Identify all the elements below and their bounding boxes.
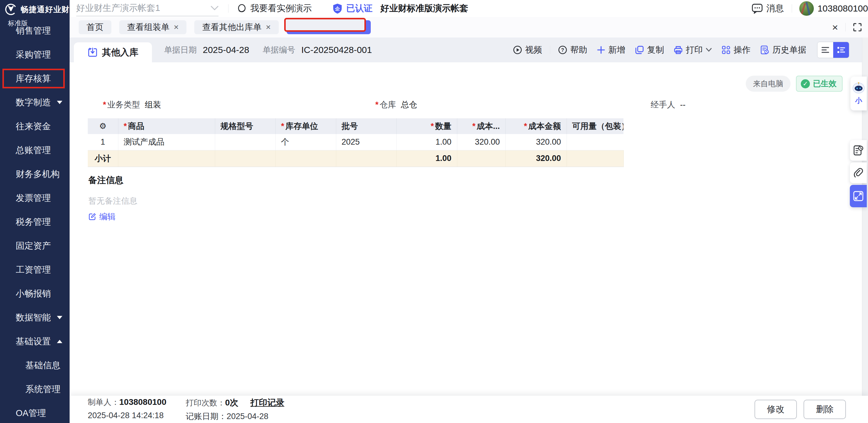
view-toggle: [817, 42, 849, 58]
subtotal-qty: 1.00: [397, 150, 457, 167]
field-handler: 经手人 --: [651, 99, 685, 110]
account-set-dropdown[interactable]: 好业财生产演示帐套1: [76, 1, 218, 17]
sidebar-item-general-ledger[interactable]: 总账管理: [0, 138, 70, 162]
svg-text:企: 企: [335, 6, 340, 11]
plus-icon: [597, 46, 605, 54]
chevron-down-icon: [57, 101, 62, 104]
column-settings-gear-icon[interactable]: ⚙: [88, 118, 118, 134]
user-id: 1038080100: [817, 3, 868, 13]
subtotal-label: 小计: [88, 150, 118, 167]
sidebar-item-funds[interactable]: 往来资金: [0, 115, 70, 138]
col-batch: 批号: [336, 118, 397, 134]
chevron-down-icon: [57, 316, 62, 319]
close-icon[interactable]: ×: [832, 22, 838, 32]
doc-number-field: 单据编号 IC-20250428-001: [262, 44, 372, 55]
sidebar-item-system-mgmt[interactable]: 系统管理: [0, 377, 70, 401]
cell-batch: 2025: [336, 134, 397, 150]
sidebar-item-tax[interactable]: 税务管理: [0, 210, 70, 234]
demo-link[interactable]: 我要看实例演示: [237, 2, 312, 14]
actions-button[interactable]: 操作: [721, 44, 751, 56]
col-available: 可用量（包装）: [566, 118, 623, 134]
subtotal-amount: 320.00: [505, 150, 566, 167]
edit-remark-link[interactable]: 编辑: [88, 211, 116, 222]
ai-assistant-widget[interactable]: 小: [850, 76, 867, 110]
line-items-table: ⚙ 商品 规格型号 库存单位 批号 数量 成本... 成本金额 可用量（包装） …: [88, 118, 624, 167]
play-circle-icon: [513, 45, 522, 55]
view-toggle-list[interactable]: [817, 42, 833, 58]
printer-icon: [674, 45, 683, 55]
sidebar-item-manufacturing[interactable]: 数字制造: [0, 91, 70, 115]
print-info: 打印次数： 0次 打印记录: [186, 397, 284, 409]
document-meta: 单据日期 2025-04-28 单据编号 IC-20250428-001: [164, 44, 372, 55]
certified-badge[interactable]: 企 已认证: [332, 2, 373, 14]
close-icon[interactable]: ×: [174, 23, 179, 31]
expand-widget[interactable]: [850, 185, 867, 207]
page-tabstrip: 首页 查看组装单 × 查看其他出库单 × 查看其他入库单 × ×: [70, 17, 868, 37]
divider: [228, 4, 228, 13]
creator-info: 制单人： 1038080100: [88, 397, 166, 409]
divider: [845, 23, 846, 31]
sidebar-item-payroll[interactable]: 工资管理: [0, 258, 70, 282]
history-doc-icon: [760, 45, 769, 55]
tabstrip-actions: ×: [832, 22, 862, 32]
cell-unit: 个: [275, 134, 336, 150]
print-button[interactable]: 打印: [674, 44, 712, 56]
sidebar-item-multi-org[interactable]: 财务多机构: [0, 162, 70, 186]
cell-qty: 1.00: [397, 134, 457, 150]
attachment-widget[interactable]: [850, 162, 867, 183]
help-button[interactable]: ? 帮助: [558, 44, 587, 56]
source-badge: 来自电脑: [746, 76, 790, 92]
document-body: 来自电脑 ✓ 已生效 业务类型 组装 仓库 总仓 经手人 -- ⚙ 商品: [70, 62, 868, 396]
sidebar-item-fixed-assets[interactable]: 固定资产: [0, 234, 70, 258]
tab-other-inbound[interactable]: 查看其他入库单 ×: [287, 20, 371, 34]
col-unit: 库存单位: [275, 118, 336, 134]
doc-date-value: 2025-04-28: [203, 45, 249, 55]
modify-button[interactable]: 修改: [754, 400, 797, 419]
tab-other-outbound[interactable]: 查看其他出库单 ×: [194, 20, 278, 34]
table-header-row: ⚙ 商品 规格型号 库存单位 批号 数量 成本... 成本金额 可用量（包装）: [88, 118, 623, 134]
divider: [550, 46, 550, 54]
doc-history-widget[interactable]: [850, 140, 867, 161]
print-log-link[interactable]: 打印记录: [250, 397, 284, 409]
col-quantity: 数量: [397, 118, 457, 134]
video-button[interactable]: 视频: [513, 44, 542, 56]
sidebar-item-sales[interactable]: 销售管理: [0, 19, 70, 43]
sidebar-item-basic-settings[interactable]: 基础设置: [0, 329, 70, 353]
company-name: 好业财标准版演示帐套: [380, 2, 468, 14]
grid-icon: [721, 45, 731, 55]
delete-button[interactable]: 删除: [804, 400, 846, 419]
fullscreen-icon[interactable]: [853, 23, 862, 32]
doc-date-field: 单据日期 2025-04-28: [164, 44, 249, 55]
table-row[interactable]: 1 测试产成品 个 2025 1.00 320.00 320.00: [88, 134, 623, 150]
sidebar-item-invoice[interactable]: 发票管理: [0, 186, 70, 210]
sidebar-item-inventory[interactable]: 库存核算: [0, 67, 70, 91]
copy-button[interactable]: 复制: [635, 44, 664, 56]
add-button[interactable]: 新增: [597, 44, 625, 56]
document-type-tab[interactable]: 其他入库: [74, 42, 152, 62]
account-set-label: 好业财生产演示帐套1: [76, 2, 207, 14]
chevron-down-icon: [211, 6, 218, 10]
detail-view-icon: [837, 46, 845, 53]
inbound-doc-icon: [88, 47, 98, 58]
robot-icon: [852, 82, 865, 94]
topbar-right: 消息 1038080100: [752, 1, 868, 16]
doc-number-value: IC-20250428-001: [301, 45, 372, 55]
paperclip-icon: [853, 168, 864, 178]
user-avatar[interactable]: [799, 1, 814, 16]
sidebar-item-oa[interactable]: OA管理: [0, 401, 70, 423]
history-button[interactable]: 历史单据: [760, 44, 806, 56]
help-icon: ?: [558, 45, 567, 55]
print-count: 0次: [225, 397, 239, 409]
view-toggle-detail[interactable]: [833, 42, 849, 58]
check-icon: ✓: [801, 79, 810, 88]
messages-button[interactable]: 消息: [752, 2, 784, 14]
sidebar-item-purchase[interactable]: 采购管理: [0, 43, 70, 67]
close-icon[interactable]: ×: [266, 23, 271, 31]
sidebar-item-data-intelligence[interactable]: 数据智能: [0, 305, 70, 329]
sidebar-item-basic-info[interactable]: 基础信息: [0, 353, 70, 377]
sidebar-item-expense[interactable]: 小畅报销: [0, 282, 70, 305]
tab-assemble-order[interactable]: 查看组装单 ×: [119, 20, 186, 34]
tab-home[interactable]: 首页: [79, 20, 112, 34]
col-cost: 成本...: [457, 118, 505, 134]
close-icon[interactable]: ×: [358, 23, 363, 31]
